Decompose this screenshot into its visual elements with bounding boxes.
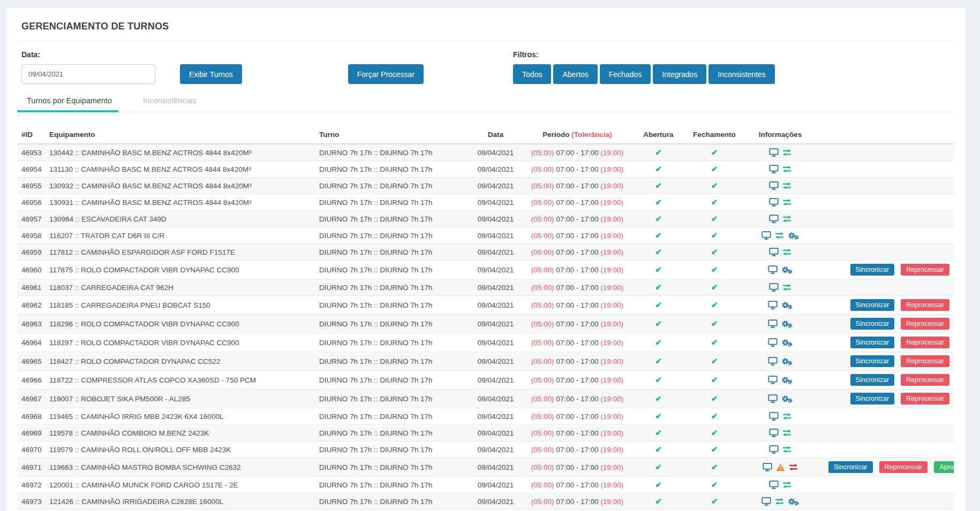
show-shifts-button[interactable]: Exibir Turnos [180,64,242,84]
reprocess-button[interactable]: Reprocessar [901,264,949,276]
tolerance-start: (05:00) [531,481,554,489]
cogs-icon[interactable] [781,338,793,347]
monitor-icon[interactable] [768,319,778,328]
sync-button[interactable]: Sincronizar [850,299,895,311]
tab-turnos-por-equipamento[interactable]: Turnos por Equipamento [17,95,118,112]
sync-button[interactable]: Sincronizar [850,374,895,386]
filter-inconsistentes-button[interactable]: Inconsistentes [708,64,775,84]
filter-fechados-button[interactable]: Fechados [600,64,651,84]
exchange-arrows-icon[interactable] [789,463,798,471]
filter-todos-button[interactable]: Todos [513,64,551,84]
monitor-icon[interactable] [768,376,778,384]
period-value: 07:00 - 17:00 [556,232,599,240]
cogs-icon[interactable] [781,265,793,274]
tolerance-start: (05:00) [531,232,554,240]
reprocess-button[interactable]: Reprocessar [901,393,949,405]
closed-check-icon: ✔ [711,480,718,489]
exchange-arrows-icon[interactable] [782,413,791,420]
monitor-icon[interactable] [769,148,779,157]
sync-button[interactable]: Sincronizar [850,318,895,330]
exchange-arrows-icon[interactable] [782,446,791,453]
monitor-icon[interactable] [762,231,771,240]
shift-name: DIURNO 7h 17h :: DIURNO 7h 17h [315,244,468,261]
cogs-icon[interactable] [781,319,793,329]
opened-status: ✔ [631,161,686,178]
sync-button[interactable]: Sincronizar [850,264,895,276]
opened-status: ✔ [631,371,686,390]
reprocess-button[interactable]: Reprocessar [901,374,949,386]
row-id: 46971 [17,458,45,477]
monitor-icon[interactable] [769,445,779,454]
monitor-icon[interactable] [768,357,778,365]
force-process-button[interactable]: Forçar Processar [348,64,424,84]
tolerance-start: (05:00) [531,266,554,274]
monitor-icon[interactable] [769,215,779,223]
exchange-arrows-icon[interactable] [782,248,791,256]
sync-button[interactable]: Sincronizar [850,393,895,405]
reprocess-button[interactable]: Reprocessar [901,355,949,367]
monitor-icon[interactable] [763,463,772,471]
exchange-arrows-icon[interactable] [782,215,791,223]
filter-abertos-button[interactable]: Abertos [553,64,597,84]
monitor-icon[interactable] [769,165,779,173]
closed-status: ✔ [686,144,743,161]
period-value: 07:00 - 17:00 [556,463,599,471]
exchange-arrows-icon[interactable] [775,498,784,505]
monitor-icon[interactable] [768,265,778,274]
shift-name: DIURNO 7h 17h :: DIURNO 7h 17h [315,261,468,279]
reprocess-button[interactable]: Reprocessar [879,461,928,473]
monitor-icon[interactable] [768,301,778,309]
filters-group: Filtros: Todos Abertos Fechados Integrad… [513,50,775,84]
exchange-arrows-icon[interactable] [775,232,784,239]
exchange-arrows-icon[interactable] [782,429,791,437]
reprocess-button[interactable]: Reprocessar [901,318,949,330]
monitor-icon[interactable] [769,198,779,207]
approve-button[interactable]: Aprovar [934,461,954,473]
cogs-icon[interactable] [781,376,793,385]
monitor-icon[interactable] [762,497,771,506]
cogs-icon[interactable] [788,231,799,240]
closed-check-icon: ✔ [711,497,718,506]
cogs-icon[interactable] [788,497,799,506]
sync-button[interactable]: Sincronizar [850,355,895,367]
exchange-arrows-icon[interactable] [782,149,791,156]
exchange-arrows-icon[interactable] [782,182,791,189]
monitor-icon[interactable] [769,481,779,489]
monitor-icon[interactable] [768,338,778,347]
shift-name: DIURNO 7h 17h :: DIURNO 7h 17h [315,315,468,333]
cogs-icon[interactable] [781,357,793,366]
exchange-arrows-icon[interactable] [782,284,791,291]
cogs-icon[interactable] [781,394,793,403]
date-input[interactable] [21,64,155,84]
tolerance-end: (19:00) [601,376,624,384]
filter-integrados-button[interactable]: Integrados [653,64,706,84]
opened-status: ✔ [631,144,686,161]
shift-name: DIURNO 7h 17h :: DIURNO 7h 17h [315,390,468,408]
header-date: Data [468,126,524,144]
tab-inconsistencias[interactable]: Inconsistências [133,95,202,112]
shift-period: (05:00) 07:00 - 17:00 (19:00) [524,194,631,211]
monitor-icon[interactable] [769,429,779,437]
exchange-arrows-icon[interactable] [782,165,791,173]
monitor-icon[interactable] [769,181,779,190]
table-header-row: #ID Equipamento Turno Data Período (Tole… [17,126,954,144]
warning-icon[interactable] [776,463,785,471]
reprocess-button[interactable]: Reprocessar [901,337,949,348]
sync-button[interactable]: Sincronizar [828,461,873,473]
sync-button[interactable]: Sincronizar [850,337,895,348]
actions-cell: SincronizarReprocessar [818,352,954,371]
monitor-icon[interactable] [769,412,779,421]
cogs-icon[interactable] [781,301,793,310]
tolerance-start: (05:00) [531,498,554,506]
reprocess-button[interactable]: Reprocessar [901,299,949,311]
exchange-arrows-icon[interactable] [782,199,791,206]
exchange-arrows-icon[interactable] [782,481,791,489]
monitor-icon[interactable] [769,283,779,292]
table-row: 46968119465 :: CAMINHÃO IRRIG MBB 2423K … [17,408,954,425]
opened-check-icon: ✔ [655,164,662,173]
equipment-name: 119578 :: CAMINHÃO COMBOIO M.BENZ 2423K [45,425,315,441]
monitor-icon[interactable] [768,394,778,403]
monitor-icon[interactable] [769,248,779,256]
shift-date: 09/04/2021 [468,333,524,352]
opened-status: ✔ [631,178,686,194]
